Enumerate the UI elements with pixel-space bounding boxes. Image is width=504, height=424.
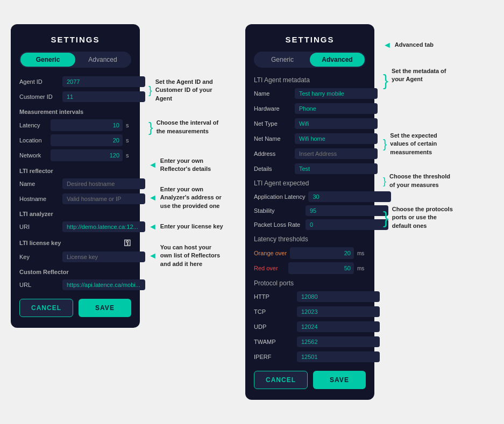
metadata-nettype-row: Net Type <box>254 118 366 129</box>
tab-generic-right[interactable]: Generic <box>255 53 310 67</box>
red-threshold-row: Red over 50 ms <box>254 262 366 274</box>
annotation-reflector-text: Enter your own Reflector's details <box>160 157 224 174</box>
udp-port-label: UDP <box>254 324 293 330</box>
stability-row: Stability <box>254 205 366 216</box>
http-port-row: HTTP <box>254 291 366 302</box>
license-key-label: Key <box>19 254 58 260</box>
stability-label: Stability <box>254 207 302 214</box>
network-value: 120 <box>110 152 119 159</box>
bracket-ports: } <box>383 209 389 226</box>
arrow-advanced-tab: ◄ <box>383 40 392 50</box>
latency-value: 10 <box>113 122 119 128</box>
twamp-port-input[interactable] <box>297 336 380 347</box>
iperf-port-label: IPERF <box>254 354 293 360</box>
arrow-analyzer: ◄ <box>148 193 157 203</box>
reflector-name-row: Name <box>19 178 131 189</box>
annotation-analyzer-text: Enter your own Analyzer's address or use… <box>160 185 224 210</box>
metadata-details-input[interactable] <box>295 163 378 174</box>
annotation-intervals-text: Choose the interval of the measurements <box>157 119 224 135</box>
http-port-label: HTTP <box>254 293 293 300</box>
license-key-row: Key <box>19 251 131 262</box>
location-row: Location 20 s <box>19 134 131 146</box>
metadata-hardware-label: Hardware <box>254 105 290 112</box>
location-unit: s <box>126 137 131 143</box>
annotation-custom: ◄ You can host your own list of Reflecto… <box>148 243 224 268</box>
reflector-hostname-row: Hostname <box>19 193 131 204</box>
metadata-details-label: Details <box>254 166 290 172</box>
annotation-custom-text: You can host your own list of Reflectors… <box>160 243 224 268</box>
arrow-custom: ◄ <box>148 251 157 261</box>
right-btn-row: CANCEL SAVE <box>254 371 366 389</box>
annotation-metadata-text: Set the metadata of your Agent <box>392 67 453 84</box>
app-latency-input[interactable] <box>308 191 391 202</box>
red-ms-label: ms <box>357 265 366 271</box>
udp-port-input[interactable] <box>297 321 380 332</box>
annotation-advanced-tab: ◄ Advanced tab <box>383 40 453 50</box>
packet-loss-input[interactable] <box>306 219 388 230</box>
protocol-ports-title: Protocol ports <box>254 279 366 287</box>
annotation-agent-id-text: Set the Agent ID and Customer ID of your… <box>155 78 224 103</box>
orange-threshold-label: Orange over <box>254 250 287 256</box>
iperf-port-row: IPERF <box>254 351 366 362</box>
bracket-expected: } <box>383 138 387 150</box>
license-key-icon[interactable]: ⚿ <box>124 239 131 247</box>
right-cancel-button[interactable]: CANCEL <box>254 371 308 389</box>
annotation-threshold: } Choose the threshold of your measures <box>383 173 453 189</box>
annotation-ports: } Choose the protocols ports or use the … <box>383 205 453 230</box>
right-annotations: ◄ Advanced tab } Set the metadata of you… <box>383 24 453 230</box>
right-save-button[interactable]: SAVE <box>313 371 366 389</box>
analyzer-uri-input[interactable] <box>62 221 145 232</box>
network-bar: 120 <box>51 149 123 161</box>
customer-id-input[interactable] <box>62 91 145 102</box>
tab-generic-left[interactable]: Generic <box>20 53 75 67</box>
network-row: Network 120 s <box>19 149 131 161</box>
reflector-name-input[interactable] <box>62 178 145 189</box>
left-save-button[interactable]: SAVE <box>79 299 131 317</box>
left-settings-panel: SETTINGS Generic Advanced Agent ID Custo… <box>11 24 140 328</box>
agent-id-input[interactable] <box>62 76 145 87</box>
orange-ms-label: ms <box>357 250 366 256</box>
reflector-hostname-input[interactable] <box>62 193 145 204</box>
metadata-hardware-row: Hardware <box>254 103 366 114</box>
latency-label: Latency <box>19 122 47 128</box>
iperf-port-input[interactable] <box>297 351 380 362</box>
metadata-hardware-input[interactable] <box>295 103 378 114</box>
annotation-metadata: } Set the metadata of your Agent <box>383 62 453 89</box>
metadata-address-input[interactable] <box>295 148 378 159</box>
metadata-name-input[interactable] <box>295 88 378 99</box>
annotation-expected: } Set the expected values of certain mea… <box>383 132 453 156</box>
metadata-nettype-input[interactable] <box>295 118 378 129</box>
custom-reflector-title: Custom Reflector <box>19 269 131 275</box>
lti-analyzer-title: LTI analyzer <box>19 211 131 217</box>
tab-advanced-left[interactable]: Advanced <box>75 53 130 67</box>
arrow-license: ◄ <box>148 222 157 232</box>
left-btn-row: CANCEL SAVE <box>19 299 131 317</box>
custom-url-label: URL <box>19 282 58 288</box>
custom-url-input[interactable] <box>62 279 145 290</box>
udp-port-row: UDP <box>254 321 366 332</box>
lti-license-title: LTI license key ⚿ <box>19 239 131 247</box>
license-key-input[interactable] <box>62 251 145 262</box>
metadata-netname-input[interactable] <box>295 133 378 144</box>
left-cancel-button[interactable]: CANCEL <box>19 299 73 317</box>
customer-id-row: Customer ID <box>19 91 131 102</box>
twamp-port-label: TWAMP <box>254 339 293 345</box>
bracket-agent-id: } <box>148 85 152 96</box>
red-threshold-label: Red over <box>254 265 285 271</box>
http-port-input[interactable] <box>297 291 380 302</box>
packet-loss-label: Packet Loss Rate <box>254 221 302 228</box>
annotation-advanced-tab-text: Advanced tab <box>395 41 434 49</box>
metadata-details-row: Details <box>254 163 366 174</box>
annotation-reflector: ◄ Enter your own Reflector's details <box>148 157 224 174</box>
app-latency-row: Application Latency <box>254 191 366 202</box>
right-panel-title: SETTINGS <box>254 35 366 44</box>
reflector-hostname-label: Hostname <box>19 196 58 202</box>
metadata-name-row: Name <box>254 88 366 99</box>
analyzer-uri-label: URI <box>19 224 58 230</box>
stability-input[interactable] <box>306 205 388 216</box>
tab-advanced-right[interactable]: Advanced <box>310 53 365 67</box>
annotation-analyzer: ◄ Enter your own Analyzer's address or u… <box>148 185 224 210</box>
annotation-license-text: Enter your license key <box>160 222 223 231</box>
agent-id-row: Agent ID <box>19 76 131 87</box>
tcp-port-input[interactable] <box>297 306 380 317</box>
